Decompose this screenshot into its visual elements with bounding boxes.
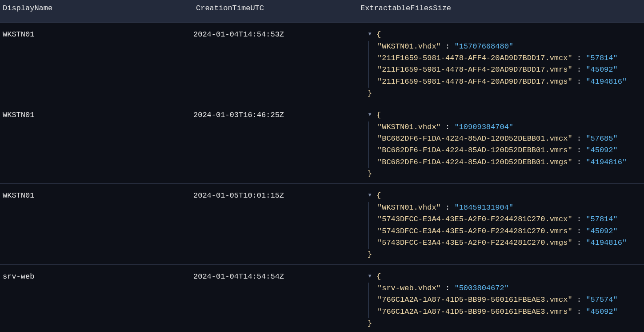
json-value: "57574" [586,296,617,304]
cell-creationtime: 2024-01-04T14:54:53Z [193,26,358,40]
json-colon: : [572,239,586,247]
caret-down-icon[interactable]: ▾ [368,190,372,201]
json-open-brace: { [376,191,381,200]
cell-displayname: WKSTN01 [0,107,193,121]
column-header-creationtime[interactable]: CreationTimeUTC [193,0,358,22]
caret-down-icon[interactable]: ▾ [368,109,372,121]
json-value: "45092" [586,146,617,154]
json-entry: "srv-web.vhdx" : "5003804672" [377,283,640,294]
table-row: WKSTN012024-01-03T16:46:25Z▾{"WKSTN01.vh… [0,103,644,183]
json-key: "5743DFCC-E3A4-43E5-A2F0-F2244281C270.vm… [377,239,572,247]
json-key: "WKSTN01.vhdx" [377,203,441,212]
json-key: "BC682DF6-F1DA-4224-85AD-120D52DEBB01.vm… [377,146,572,154]
cell-extractable-json: ▾{"srv-web.vhdx" : "5003804672""766C1A2A… [358,268,644,330]
json-key: "WKSTN01.vhdx" [377,123,441,131]
caret-down-icon[interactable]: ▾ [368,271,372,282]
json-entry: "WKSTN01.vhdx" : "10909384704" [377,121,640,133]
json-key: "766C1A2A-1A87-41D5-BB99-560161FBEAE3.vm… [377,308,572,316]
json-close-brace: } [368,89,372,97]
json-entry: "5743DFCC-E3A4-43E5-A2F0-F2244281C270.vm… [377,226,640,237]
json-open-brace: { [376,272,381,281]
column-header-extractable[interactable]: ExtractableFilesSize [358,0,644,22]
json-colon: : [572,158,586,166]
json-entry: "766C1A2A-1A87-41D5-BB99-560161FBEAE3.vm… [377,294,640,306]
json-colon: : [572,77,586,86]
caret-down-icon[interactable]: ▾ [368,28,372,40]
json-entry: "5743DFCC-E3A4-43E5-A2F0-F2244281C270.vm… [377,237,640,249]
json-value: "45092" [586,227,617,235]
json-colon: : [441,203,455,212]
json-key: "211F1659-5981-4478-AFF4-20AD9D7BDD17.vm… [377,54,572,62]
table-body: WKSTN012024-01-04T14:54:53Z▾{"WKSTN01.vh… [0,22,644,332]
json-entry: "211F1659-5981-4478-AFF4-20AD9D7BDD17.vm… [377,64,640,76]
json-value: "45092" [586,65,617,74]
json-entry: "766C1A2A-1A87-41D5-BB99-560161FBEAE3.vm… [377,306,640,318]
cell-creationtime: 2024-01-04T14:54:54Z [193,268,358,283]
json-guide: "WKSTN01.vhdx" : "18459131904""5743DFCC-… [368,202,640,249]
json-colon: : [441,123,455,131]
json-close-brace: } [368,319,372,328]
column-header-displayname[interactable]: DisplayName [0,0,193,22]
cell-extractable-json: ▾{"WKSTN01.vhdx" : "15707668480""211F165… [358,26,644,99]
json-close-brace: } [368,170,372,178]
cell-creationtime: 2024-01-03T16:46:25Z [193,107,358,121]
cell-displayname: WKSTN01 [0,187,193,202]
cell-displayname: WKSTN01 [0,26,193,40]
json-value: "45092" [586,308,617,316]
json-colon: : [572,296,586,304]
json-entry: "BC682DF6-F1DA-4224-85AD-120D52DEBB01.vm… [377,145,640,156]
table-row: srv-web2024-01-04T14:54:54Z▾{"srv-web.vh… [0,264,644,332]
cell-creationtime: 2024-01-05T10:01:15Z [193,187,358,202]
json-key: "BC682DF6-F1DA-4224-85AD-120D52DEBB01.vm… [377,134,572,143]
json-entry: "BC682DF6-F1DA-4224-85AD-120D52DEBB01.vm… [377,157,640,168]
json-colon: : [441,284,455,292]
table-row: WKSTN012024-01-05T10:01:15Z▾{"WKSTN01.vh… [0,183,644,264]
json-entry: "BC682DF6-F1DA-4224-85AD-120D52DEBB01.vm… [377,133,640,145]
json-close-brace: } [368,250,372,259]
json-key: "5743DFCC-E3A4-43E5-A2F0-F2244281C270.vm… [377,227,572,235]
data-table: DisplayName CreationTimeUTC ExtractableF… [0,0,644,332]
json-key: "srv-web.vhdx" [377,284,441,292]
json-entry: "WKSTN01.vhdx" : "15707668480" [377,41,640,53]
json-colon: : [572,308,586,316]
json-key: "BC682DF6-F1DA-4224-85AD-120D52DEBB01.vm… [377,158,572,166]
json-colon: : [572,215,586,223]
cell-extractable-json: ▾{"WKSTN01.vhdx" : "10909384704""BC682DF… [358,107,644,180]
json-colon: : [572,146,586,154]
json-colon: : [572,65,586,74]
cell-displayname: srv-web [0,268,193,283]
json-value: "4194816" [586,77,627,86]
table-header-row: DisplayName CreationTimeUTC ExtractableF… [0,0,644,22]
json-guide: "WKSTN01.vhdx" : "10909384704""BC682DF6-… [368,121,640,168]
json-entry: "211F1659-5981-4478-AFF4-20AD9D7BDD17.vm… [377,53,640,64]
json-value: "57814" [586,215,617,223]
json-entry: "211F1659-5981-4478-AFF4-20AD9D7BDD17.vm… [377,76,640,88]
json-open-brace: { [376,30,381,39]
json-value: "10909384704" [454,123,513,131]
table-row: WKSTN012024-01-04T14:54:53Z▾{"WKSTN01.vh… [0,22,644,103]
json-value: "57685" [586,134,617,143]
json-colon: : [572,227,586,235]
json-colon: : [441,42,455,51]
json-key: "766C1A2A-1A87-41D5-BB99-560161FBEAE3.vm… [377,296,572,304]
json-key: "WKSTN01.vhdx" [377,42,441,51]
json-value: "15707668480" [454,42,513,51]
json-value: "57814" [586,54,617,62]
json-value: "4194816" [586,239,627,247]
json-key: "5743DFCC-E3A4-43E5-A2F0-F2244281C270.vm… [377,215,572,223]
json-colon: : [572,134,586,143]
json-colon: : [572,54,586,62]
json-value: "4194816" [586,158,627,166]
cell-extractable-json: ▾{"WKSTN01.vhdx" : "18459131904""5743DFC… [358,187,644,260]
json-key: "211F1659-5981-4478-AFF4-20AD9D7BDD17.vm… [377,65,572,74]
json-guide: "WKSTN01.vhdx" : "15707668480""211F1659-… [368,41,640,88]
json-entry: "5743DFCC-E3A4-43E5-A2F0-F2244281C270.vm… [377,214,640,225]
json-value: "18459131904" [454,203,513,212]
json-guide: "srv-web.vhdx" : "5003804672""766C1A2A-1… [368,283,640,318]
json-entry: "WKSTN01.vhdx" : "18459131904" [377,202,640,214]
json-key: "211F1659-5981-4478-AFF4-20AD9D7BDD17.vm… [377,77,572,86]
json-open-brace: { [376,111,381,119]
json-value: "5003804672" [454,284,508,292]
